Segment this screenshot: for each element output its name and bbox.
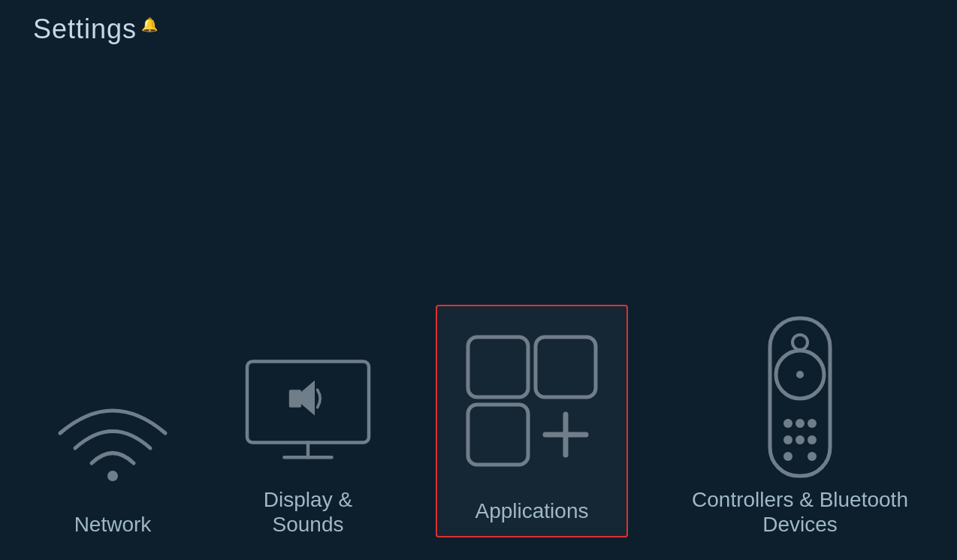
- svg-point-20: [808, 452, 817, 461]
- notification-bell-icon: 🔔: [141, 17, 158, 33]
- settings-item-network[interactable]: Network: [45, 377, 180, 537]
- applications-label: Applications: [475, 498, 589, 524]
- network-icon: [45, 377, 180, 497]
- svg-point-13: [783, 419, 792, 428]
- svg-point-19: [783, 452, 792, 461]
- controllers-icon: [732, 322, 868, 472]
- svg-rect-5: [468, 337, 528, 397]
- network-label: Network: [74, 512, 152, 537]
- svg-point-0: [107, 471, 118, 481]
- svg-point-21: [792, 335, 808, 350]
- page-title: Settings 🔔: [33, 14, 158, 45]
- display-sounds-icon: [240, 352, 376, 472]
- settings-item-controllers[interactable]: Controllers & Bluetooth Devices: [688, 322, 912, 537]
- svg-rect-6: [536, 337, 596, 397]
- svg-point-18: [808, 435, 817, 444]
- settings-grid: Network Display & Sounds: [0, 305, 957, 537]
- svg-rect-7: [468, 405, 528, 465]
- svg-point-14: [795, 419, 805, 428]
- svg-point-12: [796, 371, 804, 378]
- svg-rect-4: [289, 390, 301, 407]
- svg-point-16: [783, 435, 792, 444]
- settings-item-applications[interactable]: Applications: [436, 305, 628, 537]
- svg-point-17: [795, 435, 805, 444]
- controllers-label: Controllers & Bluetooth Devices: [688, 487, 912, 537]
- settings-item-display-sounds[interactable]: Display & Sounds: [240, 352, 376, 537]
- svg-point-15: [808, 419, 817, 428]
- display-sounds-label: Display & Sounds: [240, 487, 376, 537]
- settings-title-text: Settings: [33, 14, 137, 45]
- applications-icon: [449, 318, 614, 483]
